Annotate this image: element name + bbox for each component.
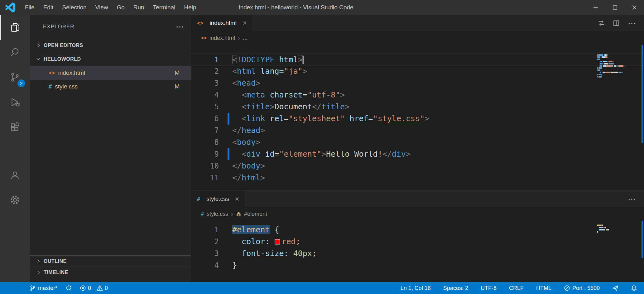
line-number: 2 <box>191 65 222 77</box>
minimap-line <box>597 231 639 233</box>
menu-help[interactable]: Help <box>180 0 200 15</box>
explorer-icon[interactable] <box>0 15 30 40</box>
code-line-2[interactable]: 2<html lang="ja"> <box>191 65 644 77</box>
more-actions-icon[interactable]: ⋯ <box>176 22 184 32</box>
code-editor-css[interactable]: 1#element {2 color: red;3 font-size: 40p… <box>191 221 644 282</box>
code-line-11[interactable]: 11</html> <box>191 172 644 184</box>
code-line-1[interactable]: 1<!DOCTYPE html> <box>191 54 644 65</box>
code-line-7[interactable]: 7</head> <box>191 125 644 136</box>
breadcrumb-tail[interactable]: ... <box>243 35 248 41</box>
close-tab-icon[interactable] <box>235 197 240 202</box>
indentation-setting[interactable]: Spaces: 2 <box>443 285 468 292</box>
minimap[interactable] <box>597 225 639 233</box>
extensions-icon[interactable] <box>0 115 30 140</box>
gutter-space <box>228 248 229 259</box>
code-line-1[interactable]: 1#element { <box>191 224 644 236</box>
tab-label: style.css <box>206 196 229 202</box>
minimap-token <box>597 227 598 228</box>
open-changes-icon[interactable] <box>598 20 605 26</box>
problems-status[interactable]: 0 0 <box>80 285 112 292</box>
line-content: <div id="element">Hello World!</div> <box>232 148 411 160</box>
line-number: 4 <box>191 89 222 101</box>
close-tab-icon[interactable] <box>242 21 247 26</box>
minimize-button[interactable] <box>586 0 605 15</box>
encoding-setting[interactable]: UTF-8 <box>481 285 497 292</box>
minimap-token <box>599 61 599 62</box>
section-timeline[interactable]: TIMELINE <box>30 267 191 278</box>
token: red <box>281 237 296 246</box>
more-actions-icon[interactable]: ⋯ <box>628 18 636 28</box>
accounts-icon[interactable] <box>0 163 30 187</box>
more-actions-icon[interactable]: ⋯ <box>628 194 636 204</box>
minimap-token <box>597 65 598 67</box>
code-line-4[interactable]: 4 <meta charset="utf-8"> <box>191 89 644 101</box>
menu-file[interactable]: File <box>21 0 39 15</box>
minimap[interactable] <box>597 54 639 78</box>
token <box>232 237 242 246</box>
section-outline[interactable]: OUTLINE <box>30 255 191 267</box>
search-icon[interactable] <box>0 40 30 65</box>
code-line-2[interactable]: 2 color: red; <box>191 236 644 248</box>
cursor-position[interactable]: Ln 1, Col 16 <box>401 285 431 292</box>
file-row-index.html[interactable]: <>index.htmlM <box>30 66 191 80</box>
breadcrumb-symbol[interactable]: #element <box>244 211 267 217</box>
code-line-5[interactable]: 5 <title>Document</title> <box>191 101 644 113</box>
code-line-9[interactable]: 9 <div id="element">Hello World!</div> <box>191 148 644 160</box>
run-debug-icon[interactable] <box>0 90 30 115</box>
line-number: 9 <box>191 148 222 160</box>
code-line-3[interactable]: 3<head> <box>191 77 644 89</box>
language-mode[interactable]: HTML <box>536 285 551 292</box>
menu-view[interactable]: View <box>91 0 113 15</box>
section-folder-helloworld[interactable]: HELLOWORLD <box>30 52 191 66</box>
minimap-token <box>604 56 605 58</box>
breadcrumb-file[interactable]: style.css <box>207 211 228 217</box>
git-modified-badge: M <box>175 69 180 76</box>
maximize-button[interactable] <box>605 0 625 15</box>
sync-button[interactable] <box>65 285 72 291</box>
token: charset <box>270 90 302 99</box>
tab-bar: # style.css ⋯ <box>191 191 644 207</box>
notifications-bell-icon[interactable] <box>631 285 637 291</box>
menu-run[interactable]: Run <box>129 0 149 15</box>
menu-go[interactable]: Go <box>112 0 129 15</box>
minimap-line <box>597 59 639 60</box>
activity-bar: 2 <box>0 15 30 282</box>
minimap-token <box>598 56 600 58</box>
line-content: <meta charset="utf-8"> <box>232 89 345 101</box>
menu-terminal[interactable]: Terminal <box>149 0 180 15</box>
source-control-icon[interactable]: 2 <box>0 65 30 90</box>
eol-setting[interactable]: CRLF <box>509 285 524 292</box>
color-swatch-red[interactable] <box>275 239 280 244</box>
git-branch-status[interactable]: master* <box>30 285 57 292</box>
live-server-port[interactable]: Port : 5500 <box>564 285 600 292</box>
tab-index-html[interactable]: <> index.html <box>191 15 252 31</box>
token <box>345 114 349 123</box>
code-line-4[interactable]: 4} <box>191 259 644 271</box>
code-line-8[interactable]: 8<body> <box>191 136 644 148</box>
file-row-style.css[interactable]: #style.cssM <box>30 80 191 93</box>
settings-gear-icon[interactable] <box>0 187 30 212</box>
chevron-right-icon <box>35 259 42 263</box>
split-editor-icon[interactable] <box>613 20 620 26</box>
feedback-icon[interactable] <box>612 285 618 291</box>
window-controls <box>586 0 644 15</box>
code-editor-html[interactable]: 1<!DOCTYPE html>2<html lang="ja">3<head>… <box>191 45 644 191</box>
menu-selection[interactable]: Selection <box>58 0 91 15</box>
code-line-10[interactable]: 10</body> <box>191 160 644 172</box>
section-open-editors[interactable]: OPEN EDITORS <box>30 39 191 52</box>
timeline-label: TIMELINE <box>44 270 68 275</box>
token: > <box>260 161 265 170</box>
scrollbar-decoration[interactable] <box>642 221 643 258</box>
close-button[interactable] <box>625 0 644 15</box>
css-file-icon: # <box>49 83 52 90</box>
explorer-header: EXPLORER ⋯ <box>30 15 191 39</box>
modified-line-indicator <box>228 148 229 160</box>
token: = <box>303 90 307 99</box>
breadcrumb-file[interactable]: index.html <box>209 35 235 41</box>
code-line-3[interactable]: 3 font-size: 40px; <box>191 248 644 259</box>
tab-style-css[interactable]: # style.css <box>191 191 245 207</box>
menu-edit[interactable]: Edit <box>39 0 58 15</box>
code-line-6[interactable]: 6 <link rel="stylesheet" href="style.css… <box>191 113 644 125</box>
token: link <box>246 114 265 123</box>
scrollbar-decoration[interactable] <box>642 45 643 143</box>
